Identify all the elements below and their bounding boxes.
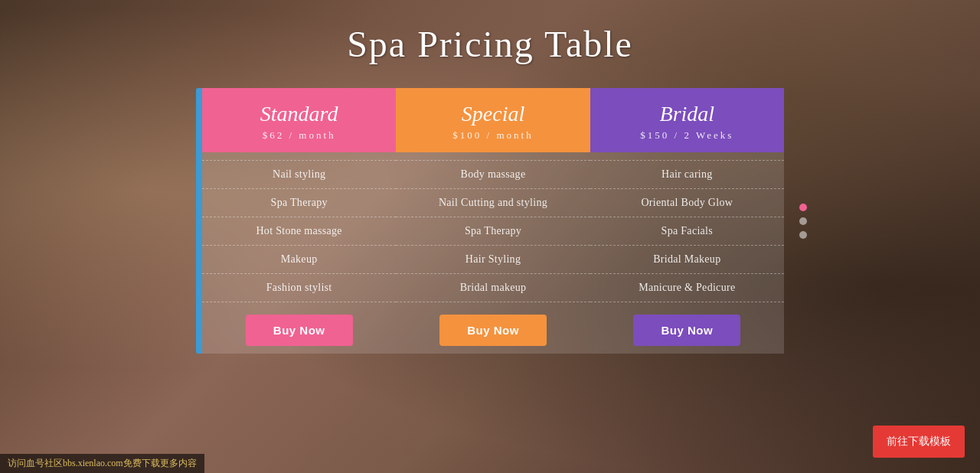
buy-now-standard[interactable]: Buy Now (246, 315, 353, 346)
card-features-special: Body massage Nail Cutting and styling Sp… (396, 152, 590, 302)
card-name-bridal: Bridal (660, 102, 715, 126)
pricing-card-special: Special $100 / month Body massage Nail C… (396, 88, 590, 354)
feature-bridal-4: Manicure & Pedicure (590, 274, 784, 302)
dot-1[interactable] (799, 204, 807, 211)
feature-standard-2: Hot Stone massage (202, 217, 396, 246)
card-price-special: $100 / month (452, 129, 533, 142)
card-footer-special: Buy Now (396, 302, 590, 354)
feature-standard-1: Spa Therapy (202, 189, 396, 217)
card-footer-bridal: Buy Now (590, 302, 784, 354)
dot-3[interactable] (799, 231, 807, 239)
dots-navigation (799, 204, 807, 239)
download-button[interactable]: 前往下载模板 (873, 426, 965, 458)
card-header-bridal: Bridal $150 / 2 Weeks (590, 88, 784, 152)
pricing-card-standard: Standard $62 / month Nail styling Spa Th… (202, 88, 396, 354)
pricing-card-bridal: Bridal $150 / 2 Weeks Hair caring Orient… (590, 88, 784, 354)
card-name-standard: Standard (260, 102, 338, 126)
page-title: Spa Pricing Table (347, 23, 633, 65)
feature-standard-4: Fashion stylist (202, 274, 396, 302)
page-wrapper: Spa Pricing Table Standard $62 / month N… (0, 0, 980, 473)
left-accent-bar (196, 88, 202, 354)
card-footer-standard: Buy Now (202, 302, 396, 354)
dot-2[interactable] (799, 217, 807, 225)
feature-special-2: Spa Therapy (396, 217, 590, 246)
card-features-standard: Nail styling Spa Therapy Hot Stone massa… (202, 152, 396, 302)
feature-bridal-3: Bridal Makeup (590, 246, 784, 274)
card-header-special: Special $100 / month (396, 88, 590, 152)
buy-now-special[interactable]: Buy Now (439, 315, 547, 346)
feature-standard-0: Nail styling (202, 160, 396, 189)
card-name-special: Special (462, 102, 524, 126)
card-features-bridal: Hair caring Oriental Body Glow Spa Facia… (590, 152, 784, 302)
feature-special-3: Hair Styling (396, 246, 590, 274)
feature-standard-3: Makeup (202, 246, 396, 274)
watermark: 访问血号社区bbs.xienlao.com免费下载更多内容 (0, 454, 204, 473)
feature-bridal-1: Oriental Body Glow (590, 189, 784, 217)
feature-special-4: Bridal makeup (396, 274, 590, 302)
feature-special-0: Body massage (396, 160, 590, 189)
card-header-standard: Standard $62 / month (202, 88, 396, 152)
feature-bridal-2: Spa Facials (590, 217, 784, 246)
buy-now-bridal[interactable]: Buy Now (633, 315, 740, 346)
feature-bridal-0: Hair caring (590, 160, 784, 189)
feature-special-1: Nail Cutting and styling (396, 189, 590, 217)
card-price-standard: $62 / month (263, 129, 336, 142)
card-price-bridal: $150 / 2 Weeks (640, 129, 733, 142)
pricing-container: Standard $62 / month Nail styling Spa Th… (202, 88, 784, 354)
